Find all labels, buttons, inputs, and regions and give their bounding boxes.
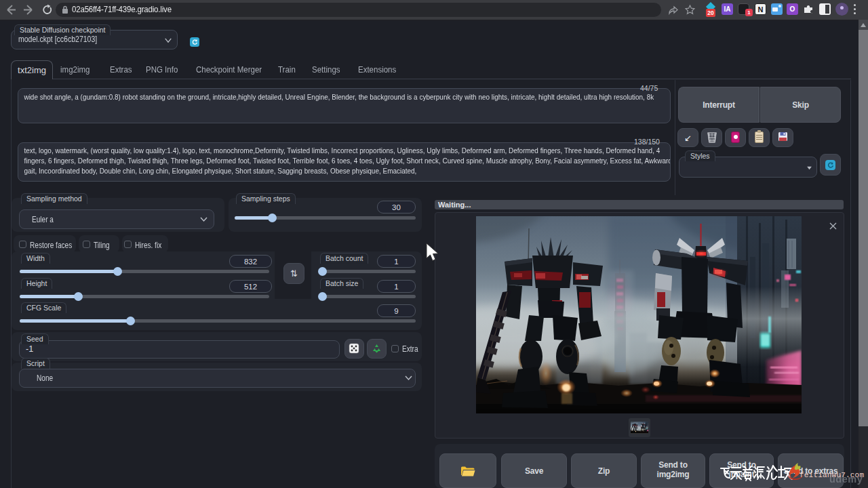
svg-text:feitianwu7.com: feitianwu7.com (800, 471, 864, 479)
